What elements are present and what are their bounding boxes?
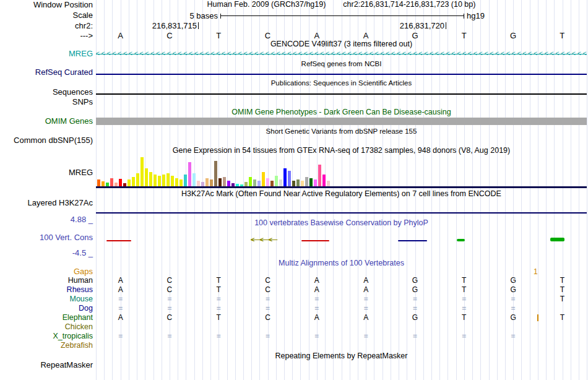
gtex-expression-bar [275,176,278,187]
publications-track-title: Publications: Sequences in Scientific Ar… [96,79,587,87]
alignment-base: A [118,276,123,285]
conservation-track-title: 100 vertebrates Basewise Conservation by… [96,219,587,227]
window-position-label: Window Position [0,1,93,9]
alignment-base: = [266,332,270,341]
conservation-min-label: -4.5 _ [0,249,93,257]
species-label[interactable]: Mouse [0,295,93,304]
gtex-expression-bar [322,175,326,187]
alignment-base: A [314,276,319,285]
alignment-base: = [167,295,171,304]
conservation-mark [301,240,329,241]
layered-h3k27ac-label[interactable]: Layered H3K27Ac [0,199,93,207]
gtex-expression-bar [158,176,161,187]
gtex-expression-bar [309,178,313,187]
gtex-gene-label[interactable]: MREG [0,168,93,176]
alignment-base: T [560,285,564,295]
multiz-row-elephant[interactable]: ElephantACTCAAGTGT [0,313,588,322]
coordinate-left: 216,831,715 [96,21,197,30]
alignment-base: T [217,285,221,295]
alignment-base: = [462,304,466,313]
genome-browser-image: Window Position Human Feb. 2009 (GRCh37/… [0,0,588,380]
alignment-base: = [217,304,221,313]
alignment-base: T [462,313,466,322]
alignment-base: A [363,313,368,322]
gtex-expression-bar [171,176,174,187]
alignment-base: A [118,285,123,295]
alignment-base: A [363,285,368,295]
gtex-expression-bar [149,172,152,187]
alignment-base: T [217,313,221,322]
alignment-base: = [217,295,221,304]
reference-base: A [118,31,123,40]
alignment-base: = [167,332,171,341]
multiz-row-mouse[interactable]: Mouse=========T [0,295,588,304]
conservation-track[interactable]: <<< [96,235,587,248]
alignment-insert-tick [537,314,538,321]
alignment-base: = [314,304,319,313]
common-dbsnp-label[interactable]: Common dbSNP(155) [0,136,93,144]
alignment-base: T [217,276,221,285]
multiz-row-dog[interactable]: Dog========= [0,304,588,313]
reference-base: C [166,31,172,40]
alignment-base: T [462,285,466,295]
alignment-base: C [265,285,270,295]
gtex-expression-bar [205,178,209,187]
dbsnp-track-title: Short Genetic Variants from dbSNP releas… [96,127,587,136]
species-label[interactable]: Human [0,276,93,285]
coordinate-tick [198,22,199,29]
gtex-expression-bar [132,177,135,187]
sequences-label[interactable]: Sequences [0,88,93,96]
alignment-base: C [167,285,173,295]
alignment-base: G [510,285,516,295]
gtex-expression-bar [214,161,217,187]
refseq-curated-track-line[interactable] [96,74,587,75]
snps-label[interactable]: SNPs [0,98,93,106]
alignment-base: T [560,276,564,285]
gencode-gene-label[interactable]: MREG [0,50,93,58]
multiz-row-chicken[interactable]: Chicken [0,322,588,332]
scale-bar [220,14,464,19]
coordinate-right: 216,831,720 [344,21,444,30]
species-label[interactable]: Elephant [0,313,93,322]
refseq-curated-label[interactable]: RefSeq Curated [0,68,93,76]
alignment-base: = [364,304,368,313]
alignment-base: G [412,285,418,295]
gtex-expression-bar [141,157,144,187]
alignment-base: G [412,276,418,285]
omim-genes-label[interactable]: OMIM Genes [0,117,93,125]
alignment-base: = [511,332,516,341]
alignment-base: G [412,313,418,322]
gaps-label[interactable]: Gaps [0,267,93,275]
scale-label: Scale [0,11,93,19]
repeatmasker-label[interactable]: RepeatMasker [0,361,93,369]
gtex-expression-chart[interactable] [96,155,587,187]
omim-genes-bar[interactable] [96,118,587,125]
reference-base: G [412,31,418,40]
repeatmasker-track-title: Repeating Elements by RepeatMasker [96,352,587,360]
gtex-expression-bar [145,168,148,187]
multiz-row-rhesus[interactable]: RhesusACTCAAGTGT [0,285,588,295]
position-title: Human Feb. 2009 (GRCh37/hg19) chr2:216,8… [96,1,587,9]
multiz-row-human[interactable]: HumanACTCAAGTGT [0,276,588,285]
refseq-track-title: RefSeq genes from NCBI [96,60,587,68]
gencode-gene-arrows[interactable]: <<<<<<<<<<<<<<<<<<<<<<<<<<<<<<<<<<<<<<<<… [96,50,587,58]
conservation-mark [106,240,131,241]
sequences-track-line[interactable] [96,93,587,95]
reference-base: A [314,31,320,40]
species-label[interactable]: X_tropicalis [0,332,93,341]
alignment-base: = [118,304,123,313]
species-label[interactable]: Zebrafish [0,341,93,350]
h3k27ac-track-line[interactable] [96,212,587,214]
gtex-expression-bar [283,168,287,187]
multiz-row-x_tropicalis[interactable]: X_tropicalis========= [0,332,588,341]
species-label[interactable]: Dog [0,304,93,313]
alignment-base: C [167,276,173,285]
multiz-row-zebrafish[interactable]: Zebrafish [0,341,588,350]
coordinate-tick [446,22,446,29]
species-label[interactable]: Chicken [0,322,93,332]
conservation-track-label[interactable]: 100 Vert. Cons [0,233,93,241]
species-label[interactable]: Rhesus [0,285,93,295]
gtex-expression-bar [162,175,165,187]
gtex-expression-bar [223,177,226,187]
alignment-base: G [510,313,516,322]
